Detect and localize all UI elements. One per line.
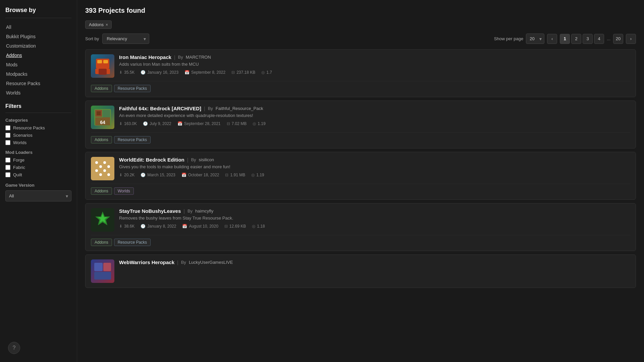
tag-addons[interactable]: Addons xyxy=(91,187,112,195)
downloads-value: 20.2K xyxy=(124,173,135,177)
version-icon: ◎ xyxy=(261,70,265,75)
project-card-webwarriors-heropack[interactable]: WebWarriors Heropack | By LuckyUserGames… xyxy=(85,254,636,288)
project-info: Faithful 64x: Bedrock [ARCHIVED] | By Fa… xyxy=(119,106,630,129)
card-divider xyxy=(91,81,630,81)
filters-divider xyxy=(5,113,71,113)
by-label: By xyxy=(191,157,196,162)
meta-size: ⊟ 12.69 KB xyxy=(224,224,246,229)
tag-addons[interactable]: Addons xyxy=(91,136,112,143)
by-label: By xyxy=(178,55,183,60)
sidebar-item-all[interactable]: All xyxy=(5,23,71,32)
page-btn-3[interactable]: 3 xyxy=(583,34,593,44)
mod-loader-label: Fabric xyxy=(13,165,25,170)
project-name: StayTrue NoBushyLeaves xyxy=(119,208,181,214)
next-page-btn[interactable]: › xyxy=(626,34,636,44)
downloads-value: 38.6K xyxy=(124,224,135,229)
created-value: August 10, 2020 xyxy=(189,224,218,229)
project-card-faithful-64x[interactable]: 64 Faithful 64x: Bedrock [ARCHIVED] | By… xyxy=(85,101,636,148)
tag-worlds[interactable]: Worlds xyxy=(114,187,134,195)
sidebar-item-customization[interactable]: Customization xyxy=(5,42,71,50)
game-version-label: Game Version xyxy=(5,183,71,188)
sidebar-item-modpacks[interactable]: Modpacks xyxy=(5,70,71,78)
category-resource-packs[interactable]: Resource Packs xyxy=(5,125,71,130)
tag-resource-packs[interactable]: Resource Packs xyxy=(114,85,151,92)
project-info: WorldEdit: Bedrock Edition | By sisilico… xyxy=(119,157,630,180)
tag-addons[interactable]: Addons xyxy=(91,239,112,246)
per-page-select[interactable]: 102050 xyxy=(526,34,544,44)
worldedit-thumbnail xyxy=(91,157,114,180)
page-btn-20[interactable]: 20 xyxy=(613,34,623,44)
calendar-icon: 📅 xyxy=(181,173,186,177)
meta-created: 📅 August 10, 2020 xyxy=(182,224,218,229)
mod-loader-checkbox[interactable] xyxy=(5,158,10,163)
projects-found: 393 Projects found xyxy=(85,7,145,14)
game-version-select[interactable]: All1.201.191.181.171.16 xyxy=(5,190,71,201)
sidebar-item-resource-packs[interactable]: Resource Packs xyxy=(5,79,71,88)
mod-loader-checkbox[interactable] xyxy=(5,172,10,177)
mod-loader-checkbox[interactable] xyxy=(5,165,10,170)
project-name: Faithful 64x: Bedrock [ARCHIVED] xyxy=(119,106,201,111)
project-card-staytrue-nobushyleaves[interactable]: StayTrue NoBushyLeaves | By haimcyfly Re… xyxy=(85,203,636,251)
meta-size: ⊟ 237.18 KB xyxy=(231,70,255,75)
category-label: Worlds xyxy=(13,140,26,145)
title-sep: | xyxy=(174,55,175,60)
project-name: WorldEdit: Bedrock Edition xyxy=(119,157,184,163)
title-sep: | xyxy=(177,260,178,265)
mod-loader-forge[interactable]: Forge xyxy=(5,158,71,163)
mod-loader-fabric[interactable]: Fabric xyxy=(5,165,71,170)
clock-icon: 🕐 xyxy=(141,70,146,75)
addons-filter-tag[interactable]: Addons × xyxy=(85,20,112,29)
addons-tag-label: Addons xyxy=(89,22,104,27)
help-button[interactable]: ? xyxy=(8,342,20,354)
page-btn-1[interactable]: 1 xyxy=(560,34,570,44)
category-worlds[interactable]: Worlds xyxy=(5,140,71,145)
page-btn-4[interactable]: 4 xyxy=(594,34,604,44)
by-label: By xyxy=(208,106,213,111)
title-row: WebWarriors Heropack | By LuckyUserGames… xyxy=(119,259,630,265)
card-divider xyxy=(91,184,630,184)
clock-icon: 🕐 xyxy=(143,121,148,126)
project-desc: An even more detailed experience with qu… xyxy=(119,113,630,119)
sidebar-item-bukkit-plugins[interactable]: Bukkit Plugins xyxy=(5,32,71,41)
title-row: Faithful 64x: Bedrock [ARCHIVED] | By Fa… xyxy=(119,106,630,111)
version-icon: ◎ xyxy=(252,224,255,229)
project-card-worldedit-bedrock[interactable]: WorldEdit: Bedrock Edition | By sisilico… xyxy=(85,152,636,200)
project-meta: ⬇ 163.0K 🕐 July 9, 2022 📅 September 28, … xyxy=(119,121,630,126)
mod-loader-quilt[interactable]: Quilt xyxy=(5,172,71,177)
prev-page-btn[interactable]: ‹ xyxy=(547,34,557,44)
category-scenarios[interactable]: Scenarios xyxy=(5,133,71,138)
svg-point-15 xyxy=(99,165,102,168)
title-row: StayTrue NoBushyLeaves | By haimcyfly xyxy=(119,208,630,214)
project-card-iron-maniac[interactable]: Iron Maniac Heropack | By MARCTRON Adds … xyxy=(85,49,636,97)
tag-resource-packs[interactable]: Resource Packs xyxy=(114,239,151,246)
meta-updated: 🕐 January 8, 2022 xyxy=(141,224,176,229)
per-page-select-wrapper: 102050 xyxy=(526,34,544,44)
webwarriors-thumbnail xyxy=(91,259,114,283)
category-checkbox[interactable] xyxy=(5,140,10,145)
version-value: 1.19 xyxy=(256,173,264,177)
addons-tag-close[interactable]: × xyxy=(106,22,108,27)
project-tags: AddonsResource Packs xyxy=(91,239,630,246)
size-icon: ⊟ xyxy=(225,173,228,177)
sidebar-item-mods[interactable]: Mods xyxy=(5,60,71,69)
svg-rect-6 xyxy=(99,69,107,75)
svg-rect-3 xyxy=(99,64,106,67)
svg-rect-2 xyxy=(103,60,108,63)
mod-loader-label: Forge xyxy=(13,158,24,163)
size-icon: ⊟ xyxy=(231,70,235,75)
svg-rect-1 xyxy=(97,60,102,63)
tag-resource-packs[interactable]: Resource Packs xyxy=(114,136,151,143)
version-icon: ◎ xyxy=(251,173,255,177)
category-checkbox[interactable] xyxy=(5,133,10,138)
svg-rect-25 xyxy=(94,272,111,280)
sort-select[interactable]: RelevancyDownloadsUpdatedCreatedName xyxy=(102,34,149,44)
calendar-icon: 📅 xyxy=(184,70,190,75)
project-info: StayTrue NoBushyLeaves | By haimcyfly Re… xyxy=(119,208,630,232)
sidebar-item-addons[interactable]: Addons xyxy=(5,51,71,60)
page-btn-2[interactable]: 2 xyxy=(571,34,581,44)
project-author: LuckyUserGamesLIVE xyxy=(189,260,233,265)
tag-addons[interactable]: Addons xyxy=(91,85,112,92)
sidebar-item-worlds[interactable]: Worlds xyxy=(5,88,71,97)
category-checkbox[interactable] xyxy=(5,125,10,130)
download-icon: ⬇ xyxy=(119,173,122,177)
